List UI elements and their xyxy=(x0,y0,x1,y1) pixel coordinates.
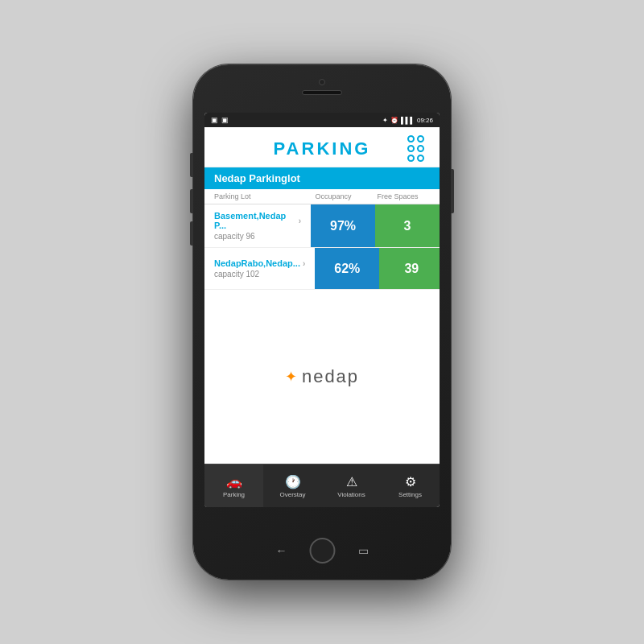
settings-nav-icon: ⚙ xyxy=(405,474,416,489)
alarm-icon: ⏰ xyxy=(390,117,398,124)
col-occupancy: Occupancy xyxy=(301,192,365,200)
nedap-banner: Nedap Parkinglot xyxy=(204,167,440,189)
table-header: Parking Lot Occupancy Free Spaces xyxy=(204,189,440,204)
logo-section: ✦ nedap xyxy=(204,290,440,464)
bottom-navigation: 🚗 Parking 🕐 Overstay ⚠ Violations ⚙ xyxy=(204,464,440,507)
status-left: ▣ ▣ xyxy=(211,116,229,124)
phone-top-bar xyxy=(302,79,342,95)
banner-label: Nedap Parkinglot xyxy=(214,172,300,184)
status-bar: ▣ ▣ ✦ ⏰ ▌▌▌ 09:26 xyxy=(204,113,440,127)
row-capacity-1: capacity 96 xyxy=(214,232,301,241)
row-capacity-2: capacity 102 xyxy=(214,270,305,279)
status-right: ✦ ⏰ ▌▌▌ 09:26 xyxy=(382,117,433,124)
overstay-nav-icon: 🕐 xyxy=(285,474,301,489)
chevron-right-icon: › xyxy=(303,259,305,268)
row-name-1: Basement,Nedap P... › xyxy=(214,211,301,230)
back-button[interactable]: ← xyxy=(276,544,287,557)
violations-nav-icon: ⚠ xyxy=(346,474,357,489)
screen-content: ▣ ▣ ✦ ⏰ ▌▌▌ 09:26 PARKING xyxy=(204,113,440,507)
parking-nav-icon: 🚗 xyxy=(226,474,242,489)
front-camera xyxy=(319,79,325,85)
phone-hardware-buttons: ← ▭ xyxy=(276,538,369,564)
nav-item-settings[interactable]: ⚙ Settings xyxy=(381,464,440,507)
phone-device: ▣ ▣ ✦ ⏰ ▌▌▌ 09:26 PARKING xyxy=(193,64,451,580)
nav-item-overstay[interactable]: 🕐 Overstay xyxy=(263,464,322,507)
app-header: PARKING xyxy=(204,127,440,167)
col-parking-lot: Parking Lot xyxy=(214,192,301,200)
nav-settings-label: Settings xyxy=(398,491,422,498)
nav-overstay-label: Overstay xyxy=(279,491,305,498)
row-info-2: NedapRabo,Nedap... › capacity 102 xyxy=(204,248,315,289)
nav-item-parking[interactable]: 🚗 Parking xyxy=(204,464,263,507)
nedap-logo: ✦ nedap xyxy=(285,366,359,387)
nedap-star-icon: ✦ xyxy=(285,368,297,386)
row-name-2: NedapRabo,Nedap... › xyxy=(214,258,305,268)
occupancy-cell-1: 97% xyxy=(311,204,375,247)
time-display: 09:26 xyxy=(417,117,433,124)
table-row[interactable]: Basement,Nedap P... › capacity 96 97% 3 xyxy=(204,204,440,248)
nav-violations-label: Violations xyxy=(337,491,365,498)
wifi-icon: ▣ xyxy=(221,116,229,124)
free-cell-2: 39 xyxy=(379,248,440,289)
phone-body: ▣ ▣ ✦ ⏰ ▌▌▌ 09:26 PARKING xyxy=(193,64,451,580)
occupancy-cell-2: 62% xyxy=(315,248,379,289)
table-row[interactable]: NedapRabo,Nedap... › capacity 102 62% 39 xyxy=(204,248,440,290)
chevron-right-icon: › xyxy=(299,217,301,225)
parking-dots-icon xyxy=(407,135,430,162)
col-free-spaces: Free Spaces xyxy=(365,192,430,200)
nav-item-violations[interactable]: ⚠ Violations xyxy=(322,464,381,507)
bluetooth-icon: ✦ xyxy=(382,117,388,124)
signal-icon: ▌▌▌ xyxy=(401,117,415,124)
main-content: Parking Lot Occupancy Free Spaces Baseme… xyxy=(204,189,440,507)
recent-apps-button[interactable]: ▭ xyxy=(358,544,369,557)
speaker-grille xyxy=(302,90,342,95)
home-button[interactable] xyxy=(310,538,336,564)
free-cell-1: 3 xyxy=(375,204,440,247)
sim-icon: ▣ xyxy=(211,116,218,124)
row-info-1: Basement,Nedap P... › capacity 96 xyxy=(204,204,311,247)
app-title: PARKING xyxy=(237,138,407,159)
nav-parking-label: Parking xyxy=(223,491,245,498)
phone-screen: ▣ ▣ ✦ ⏰ ▌▌▌ 09:26 PARKING xyxy=(204,113,440,507)
nedap-logo-text: nedap xyxy=(302,366,359,387)
